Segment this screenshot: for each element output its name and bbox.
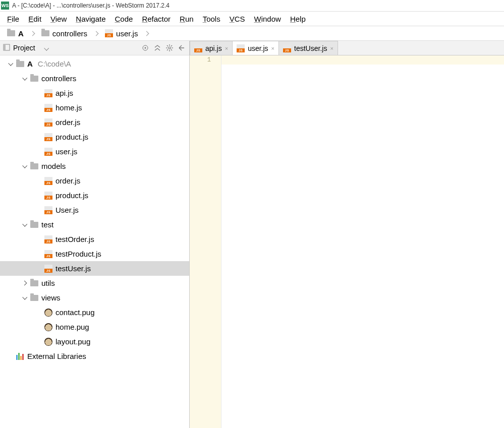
hide-tool-icon[interactable] <box>177 43 186 52</box>
tree-item-testuser-js[interactable]: JStestUser.js <box>0 261 189 276</box>
chevron-down-icon[interactable] <box>21 76 27 82</box>
js-file-icon: JS <box>44 89 52 97</box>
tree-exp-none <box>35 90 41 96</box>
tree-item-product-js[interactable]: JSproduct.js <box>0 188 189 203</box>
menu-view[interactable]: View <box>46 14 71 24</box>
menu-window[interactable]: Window <box>250 14 285 24</box>
svg-point-4 <box>169 47 171 49</box>
chevron-right-icon[interactable] <box>21 280 27 286</box>
breadcrumb-user-js[interactable]: JSuser.js <box>103 28 140 39</box>
tree-exp-none <box>35 119 41 126</box>
code-area[interactable]: //Code comes here <box>221 55 504 428</box>
js-file-icon: JS <box>194 44 202 52</box>
menu-code[interactable]: Code <box>111 14 137 24</box>
folder-icon <box>30 295 38 301</box>
tree-item-a[interactable]: A C:\code\A <box>0 56 189 71</box>
tree-item-label: order.js <box>55 176 80 185</box>
libraries-icon <box>16 353 24 360</box>
js-file-icon: JS <box>283 44 291 52</box>
tree-item-label: test <box>41 220 53 229</box>
tree-item-user-js[interactable]: JSUser.js <box>0 203 189 217</box>
svg-line-10 <box>171 49 172 50</box>
js-file-icon: JS <box>44 206 52 214</box>
tree-item-testorder-js[interactable]: JStestOrder.js <box>0 232 189 247</box>
tree-item-label: api.js <box>55 89 73 97</box>
tree-item-utils[interactable]: utils <box>0 276 189 290</box>
tree-item-home-js[interactable]: JShome.js <box>0 100 189 115</box>
tree-item-label: testOrder.js <box>55 235 94 243</box>
close-icon[interactable]: × <box>330 45 333 51</box>
menu-help[interactable]: Help <box>286 14 310 24</box>
tree-item-label: home.pug <box>55 323 89 331</box>
breadcrumb-controllers[interactable]: controllers <box>39 28 89 39</box>
close-icon[interactable]: × <box>271 45 274 51</box>
tree-item-label: product.js <box>55 191 88 200</box>
svg-line-11 <box>171 45 172 46</box>
chevron-down-icon[interactable] <box>21 222 27 228</box>
tree-item-label: home.js <box>55 103 82 112</box>
menu-navigate[interactable]: Navigate <box>72 14 109 24</box>
settings-gear-icon[interactable] <box>165 43 174 52</box>
editor-tab-api-js[interactable]: JSapi.js× <box>190 41 233 55</box>
editor-area: JSapi.js×JSuser.js×JStestUser.js× 1 //Co… <box>190 41 504 428</box>
folder-icon <box>30 76 38 82</box>
folder-icon <box>7 30 15 36</box>
menu-file[interactable]: File <box>3 14 23 24</box>
chevron-down-icon[interactable] <box>21 163 27 169</box>
tree-exp-none <box>35 324 41 330</box>
editor-tab-testuser-js[interactable]: JStestUser.js× <box>278 41 338 55</box>
tree-item-controllers[interactable]: controllers <box>0 71 189 86</box>
svg-line-12 <box>167 49 168 50</box>
pug-file-icon <box>44 323 52 331</box>
tree-item-label: contact.pug <box>55 308 95 317</box>
tree-item-home-pug[interactable]: home.pug <box>0 320 189 334</box>
tree-item-product-js[interactable]: JSproduct.js <box>0 130 189 144</box>
menu-tools[interactable]: Tools <box>199 14 225 24</box>
project-tree[interactable]: A C:\code\AcontrollersJSapi.jsJShome.jsJ… <box>0 55 189 428</box>
tree-item-order-js[interactable]: JSorder.js <box>0 115 189 130</box>
js-file-icon: JS <box>44 235 52 243</box>
folder-icon <box>30 280 38 286</box>
tree-item-order-js[interactable]: JSorder.js <box>0 173 189 188</box>
pug-file-icon <box>44 338 52 346</box>
js-file-icon: JS <box>237 44 245 52</box>
tree-item-testproduct-js[interactable]: JStestProduct.js <box>0 247 189 261</box>
tree-item-external-libraries[interactable]: External Libraries <box>0 349 189 363</box>
breadcrumb-a[interactable]: A <box>5 28 26 39</box>
tree-item-label: product.js <box>55 133 88 141</box>
menu-edit[interactable]: Edit <box>24 14 45 24</box>
menu-run[interactable]: Run <box>176 14 198 24</box>
tree-item-models[interactable]: models <box>0 159 189 173</box>
tree-item-path: C:\code\A <box>38 59 71 68</box>
tree-item-layout-pug[interactable]: layout.pug <box>0 334 189 349</box>
tree-exp-none <box>35 149 41 155</box>
tree-item-test[interactable]: test <box>0 217 189 232</box>
tree-exp-none <box>7 353 13 359</box>
svg-line-9 <box>167 45 168 46</box>
folder-icon <box>30 163 38 169</box>
chevron-down-icon[interactable] <box>21 295 27 301</box>
project-view-dropdown[interactable] <box>44 44 48 52</box>
svg-rect-1 <box>4 44 6 50</box>
js-file-icon: JS <box>44 104 52 112</box>
chevron-right-icon <box>94 31 99 36</box>
tree-item-api-js[interactable]: JSapi.js <box>0 86 189 100</box>
tree-item-label: utils <box>41 279 55 287</box>
js-file-icon: JS <box>44 265 52 273</box>
tree-item-views[interactable]: views <box>0 290 189 305</box>
tree-item-contact-pug[interactable]: contact.pug <box>0 305 189 320</box>
collapse-all-icon[interactable] <box>153 43 162 52</box>
line-number: 1 <box>190 56 211 64</box>
close-icon[interactable]: × <box>225 45 228 51</box>
js-file-icon: JS <box>105 29 113 37</box>
tree-item-label: layout.pug <box>55 337 90 346</box>
tree-item-label: user.js <box>55 147 77 156</box>
locate-icon[interactable] <box>141 43 150 52</box>
editor-body[interactable]: 1 //Code comes here <box>190 55 504 428</box>
tree-item-user-js[interactable]: JSuser.js <box>0 144 189 159</box>
chevron-down-icon[interactable] <box>7 61 13 67</box>
editor-tab-user-js[interactable]: JSuser.js× <box>232 41 279 55</box>
menu-vcs[interactable]: VCS <box>226 14 249 24</box>
menu-bar: FileEditViewNavigateCodeRefactorRunTools… <box>0 12 504 26</box>
menu-refactor[interactable]: Refactor <box>138 14 175 24</box>
